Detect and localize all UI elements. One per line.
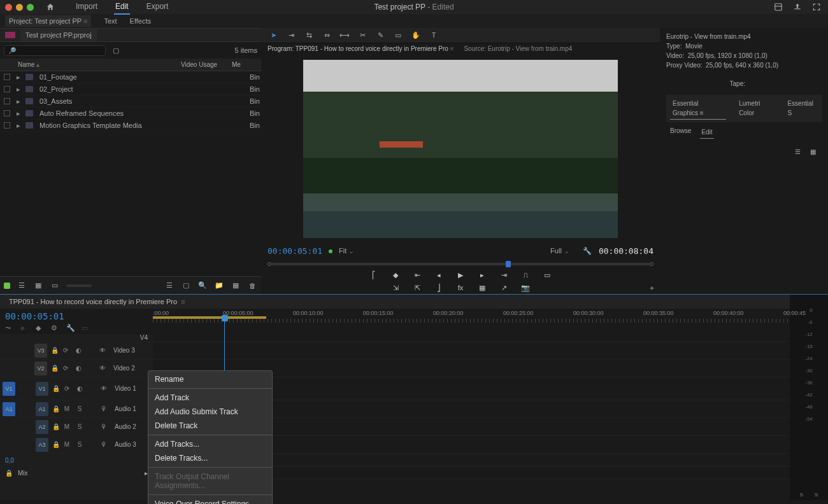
insert-icon[interactable]: ⇲ (390, 283, 401, 292)
program-scrubber[interactable] (261, 259, 660, 269)
add-button-icon[interactable]: ＋ (646, 283, 657, 292)
audio-track-header[interactable]: A1A1🔒MS🎙Audio 1 (0, 400, 153, 418)
menu-add-tracks[interactable]: Add Tracks... (148, 437, 272, 451)
minimize-window-button[interactable] (16, 4, 23, 11)
edit-tab[interactable]: Edit (114, 0, 130, 15)
step-forward-icon[interactable]: ▸ (476, 270, 488, 279)
thumbnail-slider[interactable] (66, 284, 92, 287)
timeline-ruler[interactable]: :00:0000:00:05:0000:00:10:0000:00:15:000… (153, 309, 790, 334)
overwrite-icon[interactable]: ⇱ (411, 283, 423, 292)
col-video-usage[interactable]: Video Usage (181, 61, 232, 68)
rectangle-icon[interactable]: ▭ (392, 29, 404, 41)
close-window-button[interactable] (5, 4, 12, 11)
mark-in-icon[interactable]: ⎡ (368, 270, 380, 279)
menu-add-audio-submix[interactable]: Add Audio Submix Track (148, 405, 272, 419)
list-view-icon[interactable]: ☰ (17, 281, 27, 291)
menu-add-track[interactable]: Add Track (148, 391, 272, 405)
linked-selection-icon[interactable]: ⟐ (20, 324, 29, 333)
essential-sound-tab[interactable]: Essential S (785, 97, 818, 120)
bin-row[interactable]: ▸01_FootageBin (0, 71, 261, 83)
fullscreen-icon[interactable] (811, 2, 822, 12)
bin-row[interactable]: ▸03_AssetsBin (0, 95, 261, 108)
audio-track-header[interactable]: A3🔒MS🎙Audio 3 (0, 436, 153, 454)
menu-delete-tracks[interactable]: Delete Tracks... (148, 451, 272, 465)
new-item-icon[interactable]: ▦ (231, 281, 241, 291)
new-bin-icon[interactable]: ▢ (111, 45, 121, 55)
pen-icon[interactable]: ✎ (375, 29, 386, 41)
menu-voiceover-settings[interactable]: Voice-Over Record Settings... (148, 497, 272, 504)
snap-icon[interactable]: ⤳ (5, 324, 14, 333)
go-out-icon[interactable]: ⇥ (498, 270, 510, 279)
slip-icon[interactable]: ⟷ (339, 29, 350, 41)
add-marker-tl-icon[interactable]: ◆ (36, 324, 45, 333)
solo-right[interactable]: S (815, 492, 818, 498)
video-track-header[interactable]: V3🔒⟳◐👁Video 3 (0, 342, 153, 360)
new-bin-icon[interactable]: 📁 (214, 281, 224, 291)
bin-row[interactable]: ▸Motion Graphics Template MediaBin (0, 120, 261, 132)
step-back-icon[interactable]: ◂ (433, 270, 445, 279)
ripple-edit-icon[interactable]: ⇆ (303, 29, 315, 41)
program-timecode[interactable]: 00:00:05:01 (268, 246, 322, 256)
group-icon[interactable]: ▦ (808, 146, 818, 157)
razor-icon[interactable]: ✂ (357, 29, 368, 41)
icon-view-icon[interactable]: ▦ (33, 281, 43, 291)
mix-track-header[interactable]: 🔒Mix▸ (0, 466, 153, 479)
video-track-header[interactable]: V1V1🔒⟳◐👁Video 1 (0, 377, 153, 400)
caption-track-icon[interactable]: ▭ (82, 324, 90, 333)
menu-delete-track[interactable]: Delete Track (148, 419, 272, 433)
project-tab[interactable]: Project: Test project PP ≡ (5, 15, 91, 27)
work-area-bar[interactable] (153, 316, 266, 319)
home-icon[interactable] (45, 2, 55, 12)
sort-icon[interactable]: ☰ (164, 281, 175, 291)
selection-tool-icon[interactable]: ➤ (268, 29, 279, 41)
camera-icon[interactable]: 📷 (520, 283, 531, 292)
rolling-edit-icon[interactable]: ⇔ (321, 29, 332, 41)
timeline-settings-icon[interactable]: ⚙ (51, 324, 60, 333)
col-me[interactable]: Me (232, 61, 243, 68)
mark-out-icon[interactable]: ⎦ (433, 283, 445, 292)
lumetri-tab[interactable]: Lumetri Color (736, 97, 774, 120)
track-select-forward-icon[interactable]: ⇥ (285, 29, 297, 41)
menu-rename[interactable]: Rename (148, 372, 272, 386)
extract-icon[interactable]: ▭ (541, 270, 553, 279)
search-icon[interactable]: 🔍 (197, 281, 208, 291)
zoom-window-button[interactable] (27, 4, 34, 11)
effects-icon[interactable]: fx (455, 283, 466, 292)
import-tab[interactable]: Import (75, 0, 99, 15)
auto-reframe-icon[interactable]: ▢ (181, 281, 191, 291)
full-dropdown[interactable]: Full ⌄ (550, 247, 569, 255)
fit-dropdown[interactable]: Fit ⌄ (339, 247, 354, 255)
new-layer-icon[interactable]: ☰ (792, 146, 803, 157)
audio-track-header[interactable]: A2🔒MS🎙Audio 2 (0, 418, 153, 436)
timeline-timecode[interactable]: 00:00:05:01 (5, 311, 148, 321)
playhead-thumb[interactable] (506, 261, 511, 267)
program-viewer[interactable] (261, 55, 660, 243)
clear-icon[interactable]: 🗑 (247, 281, 257, 291)
type-tool-icon[interactable]: T (428, 29, 439, 41)
project-search-input[interactable] (4, 45, 106, 56)
edit-subtab[interactable]: Edit (700, 126, 713, 139)
lift-icon[interactable]: ⎍ (520, 270, 531, 279)
export-frame-icon[interactable]: ↗ (498, 283, 510, 292)
col-name[interactable]: Name ▴ (18, 61, 181, 68)
browse-subtab[interactable]: Browse (670, 126, 691, 139)
bin-row[interactable]: ▸02_ProjectBin (0, 83, 261, 95)
effects-tab[interactable]: Effects (130, 17, 151, 25)
add-marker-icon[interactable]: ◆ (390, 270, 401, 279)
play-button[interactable]: ▶ (455, 270, 466, 279)
wrench-tl-icon[interactable]: 🔧 (66, 324, 75, 333)
wrench-icon[interactable]: 🔧 (582, 246, 592, 256)
comparison-icon[interactable]: ▦ (476, 283, 488, 292)
playhead-icon[interactable] (222, 315, 228, 321)
workspace-icon[interactable] (773, 2, 783, 12)
video-track-header[interactable]: V2🔒⟳◐👁Video 2 (0, 360, 153, 377)
text-tab[interactable]: Text (104, 17, 117, 25)
share-icon[interactable] (792, 2, 803, 12)
solo-left[interactable]: S (800, 492, 803, 498)
sequence-tab[interactable]: TPP091 - How to record voice directly in… (0, 295, 790, 309)
essential-graphics-tab[interactable]: Essential Graphics ≡ (670, 97, 726, 120)
bin-row[interactable]: ▸Auto Reframed SequencesBin (0, 108, 261, 120)
export-tab[interactable]: Export (145, 0, 170, 15)
freeform-view-icon[interactable]: ▭ (50, 281, 60, 291)
write-icon[interactable] (4, 283, 10, 289)
